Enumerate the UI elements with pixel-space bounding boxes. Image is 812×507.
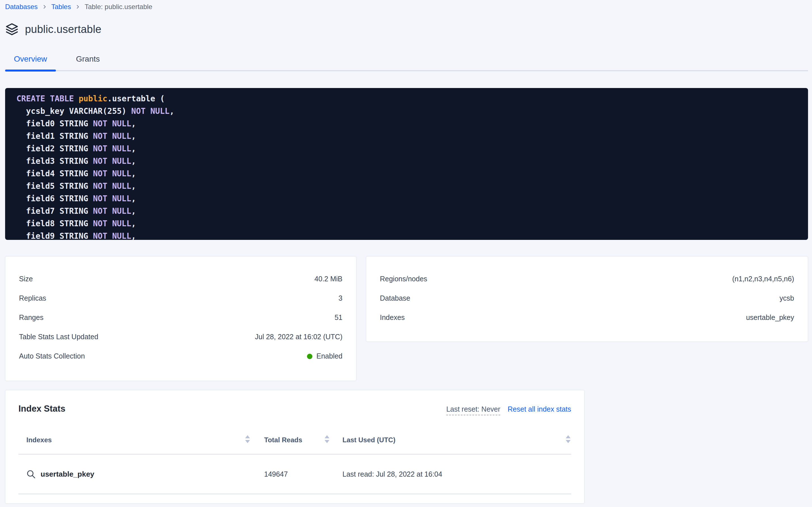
detail-label: Indexes: [380, 314, 405, 322]
column-header-total-reads[interactable]: Total Reads: [251, 434, 330, 446]
tab-grants[interactable]: Grants: [67, 54, 109, 70]
last-used-value: Last read: Jul 28, 2022 at 16:04: [330, 470, 571, 478]
detail-label: Replicas: [19, 294, 46, 302]
table-details-card: Size 40.2 MiB Replicas 3 Ranges 51 Table…: [5, 256, 356, 381]
column-header-label: Indexes: [26, 436, 52, 444]
status-badge: Enabled: [307, 352, 342, 360]
tab-bar: Overview Grants: [5, 54, 808, 71]
sql-create-statement: CREATE TABLE public.usertable ( ycsb_key…: [5, 88, 808, 240]
chevron-right-icon: [75, 4, 80, 9]
index-stats-table: Indexes Total Reads Last Used (UTC): [18, 426, 571, 494]
table-header-row: Indexes Total Reads Last Used (UTC): [18, 426, 571, 454]
index-stats-actions: Last reset: Never Reset all index stats: [446, 405, 571, 415]
total-reads-value: 149647: [251, 470, 330, 478]
index-stats-title: Index Stats: [18, 403, 65, 414]
detail-label: Database: [380, 294, 410, 302]
detail-row-size: Size 40.2 MiB: [19, 269, 342, 288]
detail-label: Size: [19, 275, 33, 283]
detail-row-indexes: Indexes usertable_pkey: [380, 308, 794, 327]
detail-row-replicas: Replicas 3: [19, 288, 342, 308]
column-header-label: Last Used (UTC): [342, 436, 395, 444]
summary-cards: Size 40.2 MiB Replicas 3 Ranges 51 Table…: [5, 256, 808, 381]
breadcrumb-link-databases[interactable]: Databases: [5, 3, 38, 11]
status-text: Enabled: [316, 352, 342, 360]
table-row: usertable_pkey 149647 Last read: Jul 28,…: [18, 454, 571, 494]
column-header-label: Total Reads: [264, 436, 302, 444]
detail-row-regions: Regions/nodes (n1,n2,n3,n4,n5,n6): [380, 269, 794, 288]
detail-value: (n1,n2,n3,n4,n5,n6): [732, 275, 794, 283]
detail-row-ranges: Ranges 51: [19, 308, 342, 327]
detail-label: Auto Stats Collection: [19, 352, 85, 360]
index-stats-header: Index Stats Last reset: Never Reset all …: [18, 403, 571, 415]
detail-label: Ranges: [19, 314, 44, 322]
detail-label: Regions/nodes: [380, 275, 427, 283]
breadcrumb: Databases Tables Table: public.usertable: [5, 0, 808, 11]
sort-icon: [565, 434, 571, 446]
detail-label: Table Stats Last Updated: [19, 333, 98, 341]
detail-value: 51: [334, 314, 342, 322]
breadcrumb-link-tables[interactable]: Tables: [51, 3, 71, 11]
detail-value: 3: [338, 294, 342, 302]
chevron-right-icon: [42, 4, 47, 9]
status-dot-icon: [307, 354, 312, 359]
reset-index-stats-link[interactable]: Reset all index stats: [508, 405, 571, 413]
table-topology-card: Regions/nodes (n1,n2,n3,n4,n5,n6) Databa…: [366, 256, 808, 342]
detail-row-stats-updated: Table Stats Last Updated Jul 28, 2022 at…: [19, 327, 342, 346]
detail-value: 40.2 MiB: [314, 275, 342, 283]
breadcrumb-current: Table: public.usertable: [84, 3, 152, 11]
page-header: public.usertable: [5, 22, 808, 36]
layers-stack-icon: [5, 22, 19, 36]
tab-overview[interactable]: Overview: [5, 54, 56, 70]
column-header-indexes[interactable]: Indexes: [18, 434, 251, 446]
index-link-usertable-pkey[interactable]: usertable_pkey: [18, 469, 251, 479]
magnifier-icon: [26, 469, 36, 479]
detail-row-auto-stats: Auto Stats Collection Enabled: [19, 346, 342, 365]
column-header-last-used[interactable]: Last Used (UTC): [330, 434, 571, 446]
sort-icon: [245, 434, 251, 446]
index-name: usertable_pkey: [41, 470, 94, 478]
detail-value: Jul 28, 2022 at 16:02 (UTC): [255, 333, 343, 341]
index-stats-card: Index Stats Last reset: Never Reset all …: [5, 390, 584, 504]
last-reset-label: Last reset: Never: [446, 405, 500, 415]
table-details-page: Databases Tables Table: public.usertable…: [0, 0, 812, 507]
page-title: public.usertable: [25, 23, 101, 36]
sort-icon: [324, 434, 330, 446]
detail-value: usertable_pkey: [746, 314, 794, 322]
detail-value: ycsb: [779, 294, 794, 302]
detail-row-database: Database ycsb: [380, 288, 794, 308]
